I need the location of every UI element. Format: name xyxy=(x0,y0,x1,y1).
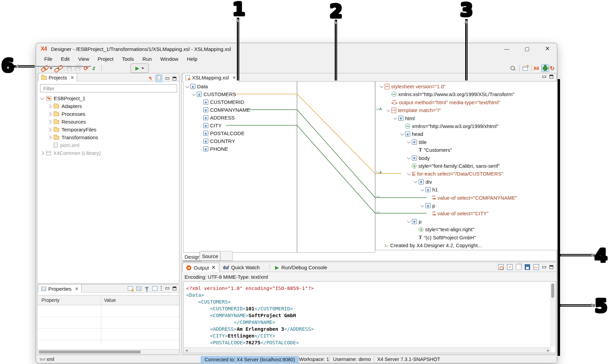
output-hscrollbar[interactable]: ◀ ▶ xyxy=(184,347,551,352)
maximize-panel-button[interactable] xyxy=(549,265,553,269)
chevron-down-icon[interactable] xyxy=(393,116,397,120)
tab-output[interactable]: ➔Output✕ xyxy=(182,263,220,272)
tab-properties[interactable]: Properties ✕ xyxy=(38,284,82,293)
output-vscrollbar[interactable] xyxy=(550,282,555,347)
minimize-panel-button[interactable] xyxy=(542,76,546,78)
close-icon[interactable]: ✕ xyxy=(75,286,78,291)
menu-run[interactable]: Run xyxy=(139,55,155,63)
xslt-node[interactable]: T"(c) SoftProject GmbH" xyxy=(414,234,476,241)
tree-item-esbproject-1[interactable]: ESBProject_1 xyxy=(37,94,179,102)
xslt-node[interactable]: xslstylesheet version="1.0" xyxy=(380,83,446,90)
menu-edit[interactable]: Edit xyxy=(57,55,73,63)
xslt-node[interactable]: ep xyxy=(407,218,421,225)
chevron-down-icon[interactable] xyxy=(400,132,404,135)
filter-input[interactable] xyxy=(40,84,177,92)
tree-item-temporaryfiles[interactable]: TemporaryFiles xyxy=(37,126,179,133)
xslt-node[interactable]: nsxmlns="http://www.w3.org/1999/xhtml" xyxy=(401,123,499,130)
menu-project[interactable]: Project xyxy=(94,55,117,63)
xslt-node[interactable]: xsl:<.>output method="html" media-type="… xyxy=(387,99,500,106)
close-icon[interactable]: ✕ xyxy=(232,75,236,80)
view-menu-icon[interactable] xyxy=(161,286,162,291)
tree-item-x4common-library-[interactable]: X4Common (Library) xyxy=(37,149,179,157)
chevron-down-icon[interactable] xyxy=(420,187,424,191)
show-categories-icon[interactable] xyxy=(136,286,141,291)
chevron-right-icon[interactable] xyxy=(48,135,51,139)
mapping-anchor-icon[interactable]: L≡A xyxy=(376,171,382,175)
tab-quick-watch[interactable]: 6dQuick Watch xyxy=(220,263,263,272)
tree-item-processes[interactable]: Processes xyxy=(37,110,179,118)
chevron-right-icon[interactable] xyxy=(40,151,44,155)
chevron-right-icon[interactable] xyxy=(48,120,51,124)
menu-file[interactable]: File xyxy=(41,55,56,63)
maximize-panel-button[interactable] xyxy=(173,77,176,80)
source-node-country[interactable]: eCOUNTRY xyxy=(199,138,235,145)
tree-item-transformations[interactable]: Transformations xyxy=(37,133,179,141)
minimize-panel-button[interactable] xyxy=(165,77,169,79)
tree-item-pom-xml[interactable]: pom.xml xyxy=(37,141,179,149)
window-close-button[interactable]: ✕ xyxy=(540,44,555,54)
collapse-all-button[interactable]: ↰ xyxy=(148,76,152,81)
chevron-right-icon[interactable] xyxy=(48,104,51,108)
new-view-button[interactable] xyxy=(523,65,528,72)
xslt-node[interactable]: ep xyxy=(421,202,435,209)
find-in-output-icon[interactable] xyxy=(498,264,504,270)
menu-help[interactable]: Help xyxy=(184,55,201,63)
xslt-node[interactable]: ehead xyxy=(401,130,423,138)
tree-item-adapters[interactable]: Adapters xyxy=(37,102,179,110)
mapping-anchor-icon[interactable]: L≡ xyxy=(376,195,379,199)
scroll-left-icon[interactable]: ◀ xyxy=(185,349,188,352)
xslt-node[interactable]: T"Customers" xyxy=(414,146,452,153)
close-icon[interactable]: ✕ xyxy=(70,75,74,80)
mapping-anchor-icon[interactable]: L≡ xyxy=(376,211,379,214)
chevron-down-icon[interactable] xyxy=(192,92,195,95)
chevron-down-icon[interactable] xyxy=(380,84,383,88)
xslt-node[interactable]: ediv xyxy=(414,178,432,185)
minimize-panel-button[interactable] xyxy=(542,266,546,268)
mapping-canvas[interactable] xyxy=(297,81,375,253)
xslt-node[interactable]: xsl:⇒value-of select="COMPANYNAME" xyxy=(428,194,517,201)
x4-perspective-button[interactable]: X4 xyxy=(534,65,539,72)
sync-button[interactable]: ↻ xyxy=(550,65,555,72)
chevron-right-icon[interactable] xyxy=(48,112,51,116)
xslt-node[interactable]: astyle="font-family:Calibri, sans-serif" xyxy=(407,162,500,169)
source-node-address[interactable]: eADDRESS xyxy=(199,114,235,121)
chevron-down-icon[interactable] xyxy=(407,219,411,223)
tab-xslmapping[interactable]: XSLMapping.xsl ✕ xyxy=(182,73,239,81)
view-source-icon[interactable] xyxy=(534,264,539,270)
transform-button[interactable]: z xyxy=(92,65,95,72)
maximize-panel-button[interactable] xyxy=(173,287,176,290)
menu-window[interactable]: Window xyxy=(157,55,182,63)
xslt-node[interactable]: nsxmlns:xsl="http://www.w3.org/1999/XSL/… xyxy=(387,91,514,98)
xslt-node[interactable]: !--Created by X4 Designer 4.2, Copyright… xyxy=(380,242,482,249)
scrollbar-thumb[interactable] xyxy=(39,350,141,353)
tab-projects[interactable]: Projects ✕ xyxy=(38,73,77,81)
xslt-node[interactable]: eh1 xyxy=(421,186,438,193)
chevron-down-icon[interactable] xyxy=(407,171,411,175)
filter-properties-icon[interactable] xyxy=(145,287,149,290)
tab-run-debug-console[interactable]: ▶Run/Debug Console xyxy=(272,263,331,272)
save-output-icon[interactable] xyxy=(525,264,530,270)
validate-icon[interactable] xyxy=(507,264,512,270)
source-node-data[interactable]: eData xyxy=(186,83,208,90)
source-node-customers[interactable]: eCUSTOMERS xyxy=(192,91,236,98)
edit-table-icon[interactable] xyxy=(128,286,133,291)
xslt-node[interactable]: etitle xyxy=(407,139,426,146)
properties-hscrollbar[interactable] xyxy=(38,349,179,354)
minimize-panel-button[interactable] xyxy=(165,287,169,289)
copy-icon[interactable] xyxy=(516,264,521,270)
run-button[interactable]: ▶ xyxy=(130,63,149,73)
link-with-editor-button[interactable] xyxy=(156,75,162,82)
source-node-companyname[interactable]: eCOMPANYNAME xyxy=(199,106,250,113)
columns-icon[interactable] xyxy=(152,286,157,291)
output-code-area[interactable]: ◀ ▶ <?xml version="1.0" encoding="ISO-88… xyxy=(183,281,556,353)
scrollbar-thumb[interactable] xyxy=(551,284,554,298)
chevron-down-icon[interactable] xyxy=(414,179,417,183)
chevron-down-icon[interactable] xyxy=(40,96,44,99)
source-node-postalcode[interactable]: ePOSTALCODE xyxy=(199,130,244,137)
tab-design[interactable]: Design xyxy=(185,254,200,260)
xslt-node[interactable]: xsl:⇒value-of select="CITY" xyxy=(428,210,489,217)
search-button[interactable] xyxy=(510,65,516,72)
chevron-down-icon[interactable] xyxy=(185,84,189,88)
source-node-customerid[interactable]: eCUSTOMERID xyxy=(199,98,244,106)
tab-source[interactable]: Source xyxy=(199,251,221,261)
